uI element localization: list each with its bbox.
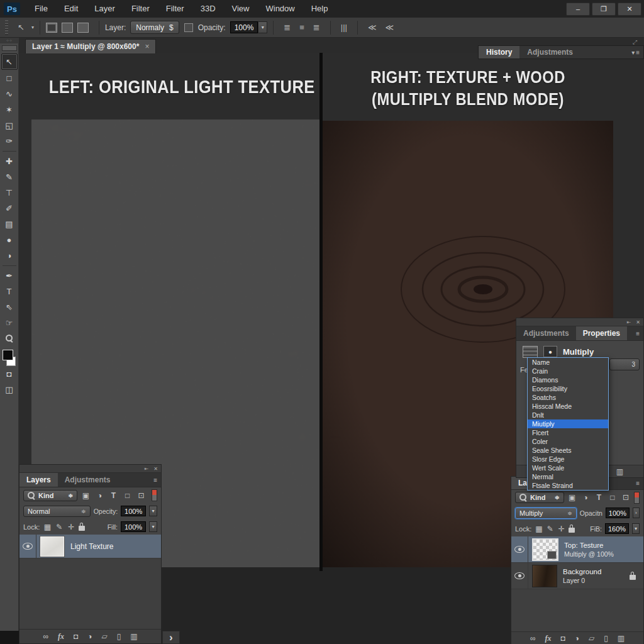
panel-menu-icon[interactable]: ≡ — [153, 477, 161, 484]
filter-shape-icon[interactable]: □ — [122, 491, 133, 500]
opacity-caret-icon[interactable]: ▾ — [258, 21, 267, 33]
fill-caret-icon[interactable]: ▾ — [149, 521, 157, 532]
dropdown-item[interactable]: Diamons — [528, 375, 608, 384]
filter-pixel-icon[interactable]: ▣ — [80, 491, 91, 500]
lock-position-icon[interactable]: ✛ — [67, 523, 75, 531]
feather-select[interactable]: 3 — [609, 358, 640, 370]
link-icon[interactable]: ∞ — [43, 632, 48, 641]
fill-value[interactable]: 100% — [121, 521, 146, 532]
fx-icon[interactable]: fx — [545, 634, 551, 643]
lock-all-icon[interactable] — [569, 528, 575, 533]
auto-align-icon-2[interactable]: ≪ — [386, 23, 394, 32]
dodge-tool[interactable]: ◑ — [2, 248, 17, 263]
filter-toggle[interactable] — [634, 492, 640, 504]
lock-pixels-icon[interactable]: ✎ — [546, 525, 554, 533]
layer-thumbnail[interactable] — [532, 538, 558, 561]
hand-tool[interactable]: ☞ — [2, 315, 17, 330]
dropdown-item[interactable]: Wert Scale — [528, 464, 608, 472]
trash-icon[interactable]: ▥ — [618, 634, 625, 643]
panel-menu[interactable]: ▾ ≡ — [631, 49, 643, 56]
menu-edit[interactable]: Edit — [56, 0, 86, 18]
history-brush-tool[interactable]: ✐ — [2, 201, 17, 216]
opacity-value[interactable]: 100% — [121, 506, 146, 516]
collapse-icon[interactable]: ⇤ — [627, 319, 631, 325]
layer-thumbnail[interactable] — [40, 536, 64, 557]
menu-help[interactable]: Help — [303, 0, 336, 18]
opacity-value[interactable]: 100% — [606, 508, 630, 518]
menu-layer[interactable]: Layer — [86, 0, 123, 18]
filter-type-icon[interactable]: T — [594, 493, 604, 502]
trash-icon[interactable]: ▥ — [130, 632, 137, 641]
layer-mask-icon[interactable]: ◘ — [560, 634, 565, 643]
path-select-tool[interactable]: ⇖ — [2, 299, 17, 314]
color-swatches[interactable] — [2, 350, 17, 366]
foreground-color-swatch[interactable] — [3, 350, 13, 360]
menu-view[interactable]: View — [224, 0, 258, 18]
align-center-icon[interactable]: ≡ — [299, 23, 304, 32]
expand-panel-button[interactable]: › — [162, 631, 180, 644]
align-right-icon[interactable]: ≣ — [313, 23, 320, 32]
new-layer-icon[interactable]: ▯ — [117, 632, 121, 641]
opacity-value[interactable]: 100% — [230, 21, 258, 33]
document-tab[interactable]: Layer 1 ≈ Multiply @ 800x600* × — [25, 39, 156, 53]
menu-filter-2[interactable]: Filter — [158, 0, 192, 18]
visibility-cell[interactable] — [19, 535, 36, 558]
lock-all-icon[interactable] — [79, 526, 85, 531]
blur-tool[interactable]: ● — [2, 232, 17, 247]
filter-adjustment-icon[interactable]: ◑ — [94, 491, 105, 500]
lasso-tool[interactable]: ∿ — [2, 86, 17, 101]
dropdown-item[interactable]: Name — [528, 358, 608, 367]
kind-filter-select[interactable]: Kind ≑ — [23, 490, 77, 501]
dropdown-item[interactable]: Crain — [528, 367, 608, 375]
screen-mode-tool[interactable]: ◫ — [2, 382, 17, 397]
dropdown-item[interactable]: Slosr Edge — [528, 455, 608, 464]
dropdown-item[interactable]: Eoosrsibility — [528, 384, 608, 393]
magic-wand-tool[interactable]: ✶ — [2, 102, 17, 117]
tools-panel-grip[interactable]: ⁘⁘ — [0, 38, 19, 43]
opacity-caret-icon[interactable]: ▾ — [149, 506, 157, 516]
link-icon[interactable]: ∞ — [530, 634, 536, 643]
lock-position-icon[interactable]: ✛ — [557, 525, 565, 533]
tab-history[interactable]: History — [479, 46, 519, 58]
restore-button[interactable]: ❐ — [592, 3, 616, 16]
zoom-tool[interactable] — [2, 331, 17, 346]
lock-transparency-icon[interactable]: ▦ — [535, 525, 543, 533]
tab-adjustments[interactable]: Adjustments — [516, 326, 576, 340]
menu-filter[interactable]: Filter — [123, 0, 158, 18]
close-icon[interactable]: ✕ — [636, 319, 640, 325]
collapse-icon[interactable]: ⇤ — [145, 466, 149, 472]
align-left-icon[interactable]: ≣ — [284, 23, 291, 32]
menu-3d[interactable]: 33D — [192, 0, 224, 18]
blend-mode-select[interactable]: Multiply ≑ — [515, 508, 577, 519]
pen-tool[interactable]: ✒ — [2, 268, 17, 283]
dropdown-item-selected[interactable]: Miutiply — [528, 419, 608, 428]
close-icon[interactable]: ✕ — [153, 466, 158, 472]
group-icon-2[interactable] — [77, 23, 89, 33]
fx-icon[interactable]: fx — [58, 632, 64, 641]
layer-mode-select[interactable]: Normaly $ — [130, 21, 179, 34]
dropdown-item[interactable]: Seale Sheets — [528, 446, 608, 455]
dropdown-item[interactable]: Dnlt — [528, 411, 608, 419]
dropdown-item[interactable]: Ftsale Straind — [528, 481, 608, 490]
filter-pixel-icon[interactable]: ▣ — [567, 493, 577, 502]
filter-adjustment-icon[interactable]: ◑ — [580, 493, 591, 502]
gradient-tool[interactable]: ▤ — [2, 216, 17, 231]
layer-row-light-texture[interactable]: Light Texture — [19, 535, 161, 558]
visibility-cell[interactable] — [511, 536, 528, 562]
quick-mask-tool[interactable]: ◘ — [2, 366, 17, 381]
close-button[interactable]: ✕ — [618, 3, 641, 16]
tab-layers[interactable]: Layers — [19, 473, 58, 487]
adjustment-icon[interactable]: ◑ — [575, 634, 579, 643]
filter-shape-icon[interactable]: □ — [608, 493, 618, 502]
move-tool[interactable]: ↖ — [1, 53, 18, 70]
tab-adjustments[interactable]: Adjustments — [58, 473, 118, 487]
opacity-caret-icon[interactable]: › — [633, 508, 640, 518]
layer-mask-icon[interactable]: ◘ — [74, 632, 78, 641]
auto-select-checkbox[interactable] — [184, 23, 193, 32]
folder-icon[interactable]: ▱ — [101, 632, 107, 641]
dropdown-item[interactable]: Flcert — [528, 428, 608, 437]
healing-brush-tool[interactable]: ✚ — [2, 153, 17, 169]
minimize-button[interactable]: – — [566, 3, 590, 16]
crop-tool[interactable]: ◱ — [2, 118, 17, 133]
layer-thumb-icon[interactable] — [46, 23, 57, 33]
